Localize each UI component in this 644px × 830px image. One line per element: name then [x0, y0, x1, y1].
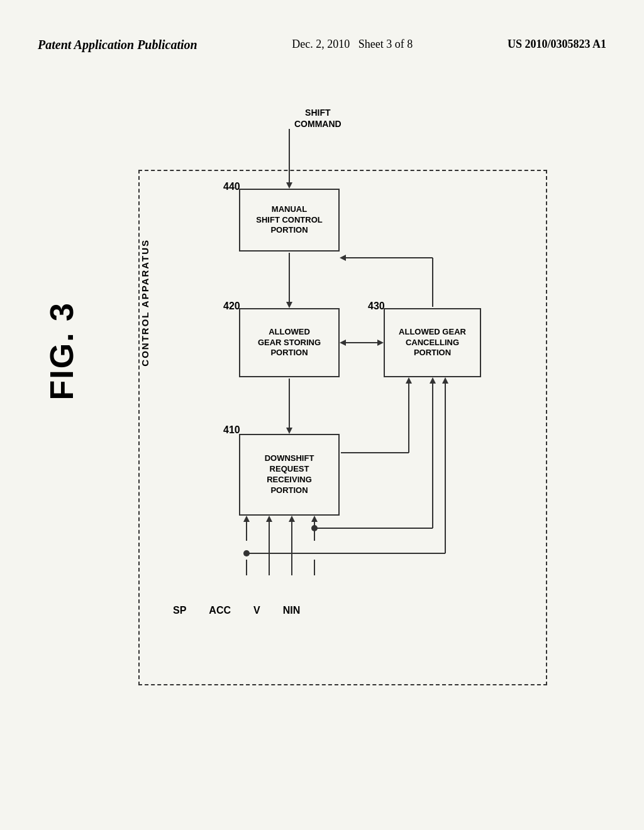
label-acc: ACC: [209, 605, 231, 616]
block-430-number: 430: [368, 301, 385, 312]
header: Patent Application Publication Dec. 2, 2…: [0, 38, 644, 52]
figure-label: FIG. 3: [43, 302, 80, 400]
publication-date: Dec. 2, 2010 Sheet 3 of 8: [292, 38, 413, 51]
block-430: ALLOWED GEARCANCELLINGPORTION: [384, 308, 481, 377]
publication-title: Patent Application Publication: [38, 38, 197, 52]
sheet-label: Sheet 3 of 8: [358, 38, 413, 50]
date-label: Dec. 2, 2010: [292, 38, 350, 50]
block-410-number: 410: [223, 424, 240, 436]
block-430-label: ALLOWED GEARCANCELLINGPORTION: [399, 327, 466, 359]
block-440-number: 440: [223, 181, 240, 192]
page: Patent Application Publication Dec. 2, 2…: [0, 0, 644, 830]
shift-command-label: SHIFTCOMMAND: [294, 107, 341, 130]
block-410: DOWNSHIFTREQUESTRECEIVINGPORTION: [239, 434, 340, 516]
diagram-area: SHIFTCOMMAND CONTROL APPARATUS 440 MANUA…: [101, 101, 591, 780]
block-440-label: MANUALSHIFT CONTROLPORTION: [256, 204, 322, 236]
block-420: ALLOWEDGEAR STORINGPORTION: [239, 308, 340, 377]
block-440: MANUALSHIFT CONTROLPORTION: [239, 189, 340, 252]
input-labels: SP ACC V NIN: [173, 605, 300, 616]
patent-number: US 2010/0305823 A1: [508, 38, 606, 51]
block-420-number: 420: [223, 301, 240, 312]
block-410-label: DOWNSHIFTREQUESTRECEIVINGPORTION: [265, 453, 314, 496]
block-420-label: ALLOWEDGEAR STORINGPORTION: [258, 327, 321, 359]
control-apparatus-label: CONTROL APPARATUS: [140, 239, 150, 367]
label-sp: SP: [173, 605, 186, 616]
label-v: V: [253, 605, 260, 616]
label-nin: NIN: [283, 605, 301, 616]
